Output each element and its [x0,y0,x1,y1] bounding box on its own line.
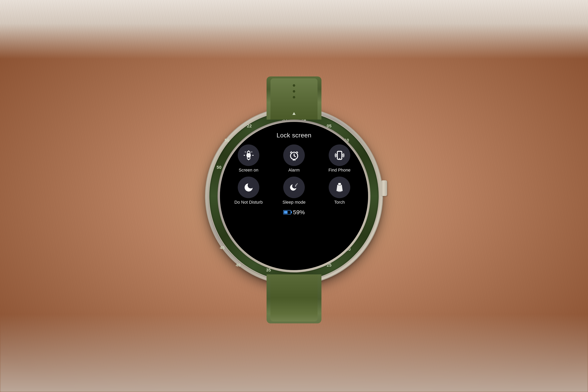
battery-fill [284,211,288,214]
find-phone-icon [334,150,345,161]
band-hole-3 [293,96,295,98]
svg-rect-5 [244,151,246,152]
watch: 55 24 05 10 15 20 25 30 35 40 45 50 50 2… [206,108,382,284]
sleep-mode-label: Sleep mode [282,200,305,205]
svg-rect-3 [244,155,245,156]
menu-item-sleep-mode[interactable]: z z z Sleep mode [273,176,315,205]
screen-content: Lock screen [220,122,368,270]
svg-rect-22 [338,185,341,186]
svg-point-17 [339,158,340,159]
svg-text:z: z [297,183,298,185]
find-phone-icon-circle [329,144,350,166]
torch-icon-circle [329,176,350,198]
band-holes-top [293,84,295,98]
sleep-mode-icon-circle: z z z [283,176,305,198]
svg-line-13 [297,152,298,153]
torch-icon [334,182,345,193]
do-not-disturb-label: Do Not Disturb [234,200,263,205]
alarm-icon-circle [283,144,305,166]
svg-line-15 [294,159,295,160]
screen-on-icon [243,150,254,161]
do-not-disturb-icon-circle [238,176,259,198]
lock-screen-label: Lock screen [276,132,312,139]
svg-line-11 [294,156,295,156]
svg-rect-21 [338,183,341,185]
menu-item-alarm[interactable]: Alarm [273,144,315,173]
svg-rect-6 [251,151,252,152]
sleep-mode-icon: z z z [289,182,300,193]
battery-row: 59% [283,209,305,216]
band-hole-1 [293,84,295,87]
menu-item-torch[interactable]: Torch [319,176,360,205]
menu-item-find-phone[interactable]: Find Phone [319,144,360,173]
watch-case-outer: 55 24 05 10 15 20 25 30 35 40 45 50 50 2… [206,108,382,284]
band-hole-2 [293,90,295,92]
alarm-icon [289,150,300,161]
do-not-disturb-icon [243,182,254,193]
screen-on-label: Screen on [239,168,258,173]
torch-label: Torch [334,200,345,205]
watch-screen: Lock screen [220,122,368,270]
bottom-blur [0,314,588,392]
svg-rect-4 [252,155,254,156]
screen-on-icon-circle [238,144,259,166]
menu-item-screen-on[interactable]: Screen on [228,144,269,173]
crown[interactable] [381,180,387,196]
svg-line-12 [290,152,292,153]
svg-point-23 [337,190,342,192]
menu-item-do-not-disturb[interactable]: Do Not Disturb [228,176,269,205]
alarm-label: Alarm [288,168,300,173]
bezel-marker [292,112,296,115]
find-phone-label: Find Phone [328,168,351,173]
menu-grid: Screen on [220,144,368,205]
battery-percent: 59% [293,209,305,216]
battery-icon [283,210,291,214]
